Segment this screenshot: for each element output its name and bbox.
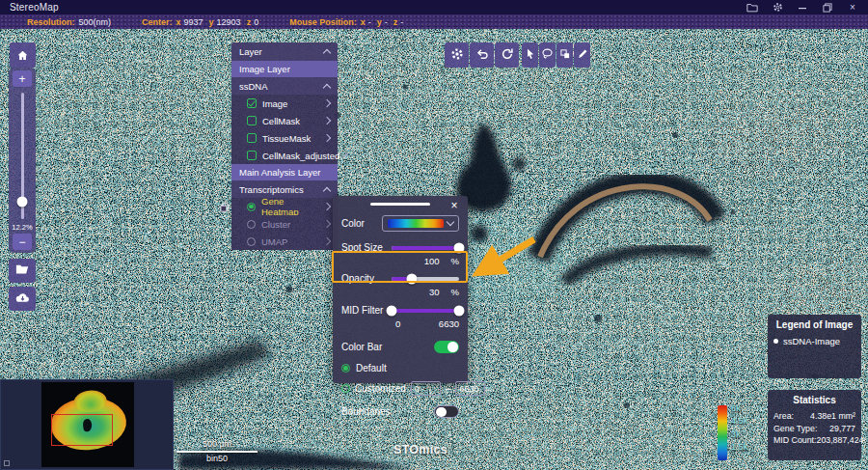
- open-file-button[interactable]: [9, 259, 36, 283]
- checkbox-checked-icon[interactable]: [247, 98, 257, 108]
- checkbox-icon[interactable]: [247, 151, 257, 160]
- mid-filter-min-value: 0: [395, 318, 400, 329]
- customized-radio[interactable]: [341, 384, 350, 393]
- minimap-thumbnail[interactable]: [41, 382, 134, 467]
- layer-item-tissuemask[interactable]: TissueMask: [231, 129, 338, 147]
- center-readout: Center: x 9937 y 12903 z 0: [142, 17, 264, 27]
- mid-filter-min-knob[interactable]: [387, 305, 397, 316]
- default-radio[interactable]: [341, 364, 350, 373]
- default-label: Default: [356, 363, 387, 373]
- view-toolbar: [445, 42, 519, 68]
- stat-row-area: Area: 4.38e1 mm²: [773, 411, 855, 421]
- zoom-out-button[interactable]: −: [13, 234, 32, 250]
- zoom-slider[interactable]: [21, 93, 24, 219]
- legend-dot-icon: [773, 339, 778, 344]
- statistics-panel: Statistics Area: 4.38e1 mm² Gene Type: 2…: [768, 390, 861, 460]
- popup-close-button[interactable]: ×: [448, 199, 461, 212]
- minimap-resize-handle[interactable]: [4, 460, 10, 466]
- chevron-right-icon[interactable]: [323, 117, 331, 124]
- chevron-right-icon[interactable]: [323, 134, 331, 142]
- redo-button[interactable]: [495, 42, 519, 68]
- cursor-icon: [525, 47, 536, 63]
- zoom-in-button[interactable]: +: [13, 70, 32, 87]
- opacity-value: 30: [429, 287, 440, 297]
- opacity-slider[interactable]: [392, 277, 459, 281]
- maximize-icon[interactable]: [822, 2, 833, 14]
- folder-icon[interactable]: [746, 2, 758, 14]
- chevron-right-icon[interactable]: [323, 99, 331, 107]
- folder-open-icon: [15, 263, 29, 278]
- radio-selected-icon[interactable]: [247, 203, 256, 211]
- cloud-download-icon: [15, 291, 30, 306]
- statistics-title: Statistics: [773, 395, 855, 405]
- layers-icon: [219, 202, 231, 215]
- spot-size-knob[interactable]: [454, 242, 465, 253]
- spot-size-unit: %: [451, 256, 459, 266]
- settings-button[interactable]: [445, 42, 469, 68]
- chevron-right-icon[interactable]: [323, 237, 331, 245]
- customized-max-input[interactable]: [455, 381, 485, 396]
- pencil-icon: [577, 48, 588, 63]
- customized-label: Customized: [355, 383, 406, 394]
- customized-min-input[interactable]: [411, 381, 441, 396]
- color-bar-toggle[interactable]: [434, 341, 459, 353]
- colormap-gradient: [388, 219, 444, 228]
- layer-item-gene-heatmap[interactable]: Gene Heatmap: [231, 198, 338, 215]
- window-controls: ×: [746, 2, 858, 14]
- minimap-viewport-rect[interactable]: [51, 414, 113, 446]
- colormap-select[interactable]: [382, 215, 459, 232]
- popup-drag-handle[interactable]: [370, 203, 430, 206]
- mid-filter-max-knob[interactable]: [454, 305, 465, 316]
- checkbox-icon[interactable]: [247, 133, 257, 143]
- boundaries-toggle[interactable]: [434, 405, 459, 418]
- zoom-value: 12.2%: [12, 223, 32, 232]
- lasso-select-button[interactable]: [539, 42, 556, 68]
- image-layer-section-header: Image Layer: [231, 61, 338, 77]
- minimap-panel: [0, 379, 174, 470]
- zoom-slider-knob[interactable]: [17, 196, 28, 207]
- scale-bar-line: [176, 451, 258, 453]
- color-bar-label: Color Bar: [341, 342, 382, 352]
- resolution-readout: Resolution: 500(nm): [27, 17, 117, 27]
- layer-item-cluster[interactable]: Cluster: [231, 215, 338, 233]
- main-analysis-section-header: Main Analysis Layer: [231, 164, 338, 180]
- ssdna-group-header[interactable]: ssDNA: [231, 77, 338, 95]
- layer-item-cellmask-adjusted[interactable]: CellMask_adjusted: [231, 147, 338, 164]
- lasso-icon: [541, 47, 554, 63]
- stereomap-window: StereoMap × Resolution: 500(nm) Center: …: [0, 0, 868, 470]
- undo-button[interactable]: [470, 42, 494, 68]
- legend-item: ssDNA-Image: [773, 336, 855, 346]
- chevron-up-icon: [323, 49, 331, 57]
- home-button[interactable]: [10, 42, 36, 68]
- group-select-button[interactable]: [556, 42, 573, 68]
- status-info-bar: Resolution: 500(nm) Center: x 9937 y 129…: [0, 14, 868, 29]
- layer-panel-header[interactable]: Layer: [231, 42, 338, 61]
- color-label: Color: [341, 218, 365, 229]
- stomics-watermark: STOmics: [393, 443, 448, 456]
- chevron-right-icon[interactable]: [323, 203, 331, 210]
- radio-icon[interactable]: [247, 237, 256, 246]
- chevron-right-icon[interactable]: [323, 220, 331, 228]
- layer-item-umap[interactable]: UMAP: [231, 233, 338, 250]
- layer-item-cellmask[interactable]: CellMask: [231, 112, 338, 129]
- spot-size-value: 100: [424, 256, 440, 266]
- layer-panel: Layer Image Layer ssDNA Image CellMask T…: [231, 42, 338, 250]
- group-squares-icon: [559, 48, 571, 63]
- spot-size-slider[interactable]: [392, 246, 459, 250]
- checkbox-icon[interactable]: [247, 116, 257, 125]
- undo-icon: [475, 47, 489, 64]
- edit-button[interactable]: [574, 42, 590, 68]
- minimize-icon[interactable]: [797, 2, 808, 14]
- cloud-export-button[interactable]: [9, 287, 36, 311]
- cursor-select-button[interactable]: [522, 42, 538, 68]
- opacity-knob[interactable]: [407, 273, 418, 284]
- title-bar: StereoMap ×: [0, 0, 868, 14]
- zoom-control: + 12.2% −: [9, 68, 36, 253]
- mid-filter-range-slider[interactable]: [392, 309, 459, 313]
- mid-filter-label: MID Filter: [341, 305, 392, 316]
- close-icon[interactable]: ×: [847, 2, 858, 14]
- layer-item-image[interactable]: Image: [231, 95, 338, 112]
- heatmap-colorbar-labels: 6k 4.5k 3k 1.5k: [731, 403, 748, 452]
- radio-icon[interactable]: [247, 220, 256, 229]
- settings-gear-icon[interactable]: [772, 2, 783, 14]
